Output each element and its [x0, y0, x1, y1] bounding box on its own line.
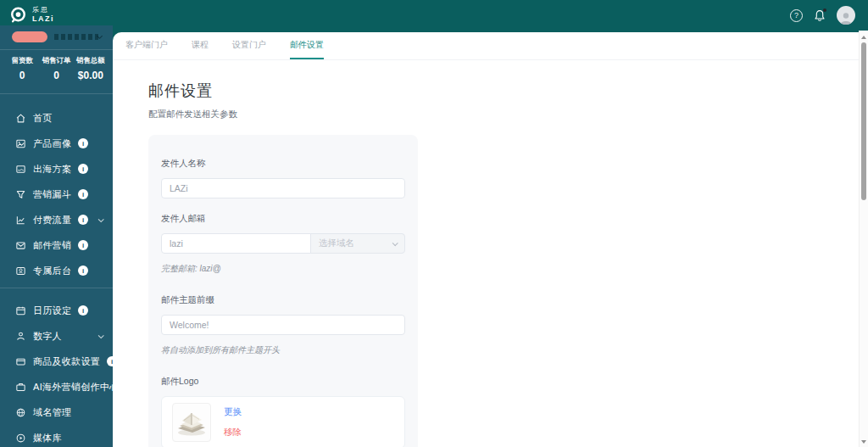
books-image	[174, 405, 209, 440]
content-card: 客户端门户 课程 设置门户 邮件设置 邮件设置 配置邮件发送相关参数 发件人名称…	[113, 32, 868, 447]
card-icon	[15, 356, 26, 367]
stat-revenue: 销售总额 $0.00	[74, 56, 108, 81]
page-title: 邮件设置	[148, 81, 868, 101]
sidebar-divider	[0, 288, 113, 288]
sender-email-row: 选择域名	[161, 233, 405, 254]
home-icon	[15, 113, 26, 124]
image-icon	[15, 138, 26, 149]
info-icon[interactable]	[78, 164, 88, 174]
header-actions	[790, 6, 855, 25]
info-icon[interactable]	[78, 305, 88, 316]
brand-logo[interactable]: 乐思 LAZi	[9, 6, 54, 24]
sidebar-item-label: 首页	[33, 112, 53, 125]
person-icon	[15, 331, 26, 342]
brand-name-cn: 乐思	[32, 7, 54, 14]
stat-label: 销售总额	[74, 56, 108, 66]
sidebar-item-label: 付费流量	[33, 214, 71, 226]
sidebar-item-overseas-plan[interactable]: 出海方案	[0, 156, 113, 182]
tab-client-portal[interactable]: 客户端门户	[125, 32, 168, 59]
mail-icon	[15, 240, 26, 251]
info-icon[interactable]	[78, 138, 88, 148]
info-icon[interactable]	[78, 215, 88, 225]
globe-icon	[15, 407, 26, 418]
sidebar-item-domain-management[interactable]: 域名管理	[0, 400, 113, 425]
avatar[interactable]	[837, 6, 855, 25]
ai-center-icon	[15, 382, 26, 393]
sidebar-item-paid-traffic[interactable]: 付费流量	[0, 207, 113, 232]
stat-label: 留资数	[5, 56, 39, 66]
help-icon[interactable]	[790, 9, 803, 22]
sidebar-item-home[interactable]: 首页	[0, 105, 113, 131]
chevron-down-icon[interactable]	[98, 332, 104, 338]
top-header-bar: 乐思 LAZi	[0, 0, 868, 25]
sidebar-item-label: 营销漏斗	[33, 188, 71, 201]
sidebar-stats: 留资数 0 销售订单 0 销售总额 $0.00	[0, 50, 113, 89]
avatar-person-icon	[838, 11, 854, 25]
media-icon	[15, 433, 26, 444]
funnel-icon	[15, 189, 26, 200]
email-logo-label: 邮件Logo	[161, 376, 405, 388]
notifications-button[interactable]	[814, 9, 826, 22]
sidebar-item-product-profile[interactable]: 产品画像	[0, 131, 113, 156]
replace-logo-link[interactable]: 更换	[224, 406, 242, 418]
sidebar-item-label: 数字人	[33, 330, 62, 343]
sender-name-input[interactable]	[161, 178, 405, 198]
domain-select-placeholder: 选择域名	[319, 237, 354, 249]
overseas-plan-icon	[15, 164, 26, 175]
info-icon[interactable]	[107, 356, 113, 366]
stat-orders: 销售订单 0	[39, 56, 73, 81]
info-icon[interactable]	[78, 240, 88, 250]
tab-courses[interactable]: 课程	[192, 32, 209, 59]
stat-value: $0.00	[74, 70, 108, 81]
tab-email-settings[interactable]: 邮件设置	[290, 32, 324, 59]
domain-select[interactable]: 选择域名	[310, 233, 405, 254]
scroll-down-arrow[interactable]	[861, 440, 866, 444]
email-logo-box: 更换 移除	[161, 396, 405, 447]
sidebar-item-digital-human[interactable]: 数字人	[0, 323, 113, 349]
sidebar-divider	[0, 93, 113, 94]
tab-settings-portal[interactable]: 设置门户	[232, 32, 266, 59]
chart-icon	[15, 215, 26, 226]
sidebar-item-label: 专属后台	[33, 265, 71, 277]
sidebar-item-calendar-settings[interactable]: 日历设定	[0, 298, 113, 323]
sidebar-menu-bottom: 日历设定 数字人 商品及收款设置 AI海外营销创作中心	[0, 298, 113, 447]
content-area: 客户端门户 课程 设置门户 邮件设置 邮件设置 配置邮件发送相关参数 发件人名称…	[113, 25, 868, 447]
sidebar-item-label: 日历设定	[33, 305, 71, 317]
stat-value: 0	[39, 70, 73, 81]
email-settings-form: 发件人名称 发件人邮箱 选择域名 完整邮箱: lazi@ 邮件主题前缀 将自动添…	[148, 135, 418, 447]
stat-leads: 留资数 0	[5, 56, 39, 81]
brand-name-en: LAZi	[32, 15, 54, 23]
chevron-down-icon	[392, 240, 398, 246]
sidebar-item-exclusive-backend[interactable]: 专属后台	[0, 258, 113, 283]
plan-badge[interactable]	[12, 31, 47, 42]
info-icon[interactable]	[78, 265, 88, 276]
sidebar-item-label: 邮件营销	[33, 239, 71, 252]
full-email-hint: 完整邮箱: lazi@	[161, 263, 405, 275]
plan-row[interactable]	[0, 28, 113, 45]
sidebar-item-payment-settings[interactable]: 商品及收款设置	[0, 349, 113, 374]
sidebar-item-label: 域名管理	[33, 406, 71, 419]
sidebar-item-marketing-funnel[interactable]: 营销漏斗	[0, 182, 113, 207]
tab-label: 邮件设置	[290, 39, 324, 51]
scrollbar-thumb[interactable]	[861, 42, 866, 200]
info-icon[interactable]	[78, 189, 88, 199]
sidebar-item-label: 产品画像	[33, 137, 71, 150]
subject-prefix-label: 邮件主题前缀	[161, 294, 405, 306]
chevron-down-icon[interactable]	[98, 216, 104, 222]
sidebar-menu-top: 首页 产品画像 出海方案 营销漏斗	[0, 105, 113, 283]
sidebar-item-label: 出海方案	[33, 163, 71, 176]
sidebar-item-label: AI海外营销创作中心	[33, 381, 113, 394]
notification-dot	[823, 8, 826, 12]
sender-email-label: 发件人邮箱	[161, 213, 405, 225]
sidebar-item-media-library[interactable]: 媒体库	[0, 425, 113, 447]
sender-name-label: 发件人名称	[161, 158, 405, 170]
sender-email-input[interactable]	[161, 233, 311, 254]
subject-prefix-input[interactable]	[161, 315, 405, 335]
sidebar-item-ai-creation-center[interactable]: AI海外营销创作中心	[0, 374, 113, 400]
remove-logo-link[interactable]: 移除	[224, 427, 242, 439]
plan-label-illegible	[54, 34, 98, 40]
scroll-up-arrow[interactable]	[861, 36, 866, 39]
vertical-scrollbar[interactable]	[859, 31, 868, 447]
sidebar-item-email-marketing[interactable]: 邮件营销	[0, 232, 113, 258]
sidebar-item-label: 商品及收款设置	[33, 355, 100, 368]
